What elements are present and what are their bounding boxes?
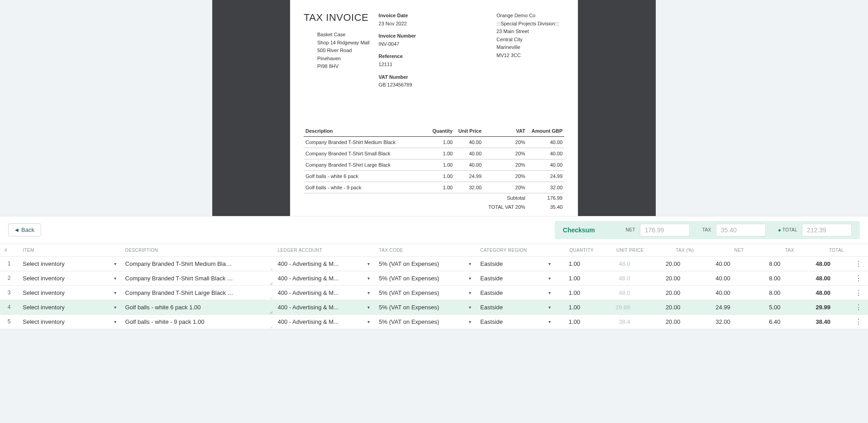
tax-value: 8.00: [749, 271, 790, 285]
tax-percent-field[interactable]: 20.00: [649, 315, 690, 329]
tax-percent-field[interactable]: 20.00: [649, 271, 690, 285]
invoice-page: TAX INVOICE Basket Case Shop 14 Ridgeway…: [290, 0, 578, 216]
tax-code-select[interactable]: 5% (VAT on Expenses)▾: [374, 286, 476, 300]
tax-code-select[interactable]: 5% (VAT on Expenses)▾: [374, 315, 476, 329]
chevron-down-icon: ▾: [469, 261, 471, 266]
description-field[interactable]: Golf balls - white 6 pack 1.00: [121, 300, 273, 314]
chevron-down-icon: ▾: [548, 276, 551, 281]
inventory-select[interactable]: Select inventory▾: [18, 286, 120, 300]
ledger-account-select[interactable]: 400 - Advertising & M...▾: [273, 286, 375, 300]
row-menu-button[interactable]: ⋮: [849, 256, 868, 271]
quantity-field[interactable]: 1.00: [555, 300, 589, 314]
tax-percent-field[interactable]: 20.00: [649, 257, 690, 271]
ledger-account-select[interactable]: 400 - Advertising & M...▾: [273, 257, 375, 271]
category-region-select[interactable]: Eastside▾: [476, 286, 555, 300]
invoice-line-table: Description Quantity Unit Price VAT Amou…: [304, 125, 564, 212]
table-row: 3 Select inventory▾ Company Branded T-Sh…: [0, 285, 868, 300]
description-field[interactable]: Company Branded T-Shirt Large Black 1.00: [121, 286, 273, 300]
ledger-account-select[interactable]: 400 - Advertising & M...▾: [273, 271, 375, 285]
tax-percent-field[interactable]: 20.00: [649, 300, 690, 314]
chevron-down-icon: ▾: [114, 305, 116, 310]
category-region-select[interactable]: Eastside▾: [476, 257, 555, 271]
chevron-down-icon: ▾: [367, 290, 370, 295]
checksum-total-label: TOTAL: [778, 227, 797, 232]
category-region-select[interactable]: Eastside▾: [476, 271, 555, 285]
tax-value: 8.00: [749, 286, 790, 300]
unit-price-field[interactable]: 48.0: [598, 271, 639, 285]
description-field[interactable]: Company Branded T-Shirt Medium Black 1.0…: [121, 257, 273, 271]
tax-value: 6.40: [749, 315, 790, 329]
ledger-account-select[interactable]: 400 - Advertising & M...▾: [273, 300, 375, 314]
row-menu-button[interactable]: ⋮: [849, 271, 868, 285]
unit-price-field[interactable]: 38.4: [598, 315, 639, 329]
resize-handle-icon[interactable]: [269, 281, 272, 285]
table-row: 1 Select inventory▾ Company Branded T-Sh…: [0, 256, 868, 271]
checksum-total-value[interactable]: 212.39: [802, 224, 852, 236]
inventory-select[interactable]: Select inventory▾: [18, 271, 120, 285]
quantity-field[interactable]: 1.00: [555, 257, 589, 271]
net-value: 40.00: [698, 257, 739, 271]
net-value: 32.00: [698, 315, 739, 329]
ledger-account-select[interactable]: 400 - Advertising & M...▾: [273, 315, 375, 329]
chevron-down-icon: ▾: [548, 305, 551, 310]
chevron-down-icon: ▾: [114, 276, 116, 281]
inventory-select[interactable]: Select inventory▾: [18, 315, 120, 329]
tax-value: 5.00: [749, 300, 790, 314]
chevron-down-icon: ▾: [367, 276, 370, 281]
description-field[interactable]: Golf balls - white - 9 pack 1.00: [121, 315, 273, 329]
chevron-down-icon: ▾: [548, 319, 551, 324]
document-frame: TAX INVOICE Basket Case Shop 14 Ridgeway…: [212, 0, 656, 216]
chevron-down-icon: ▾: [367, 319, 370, 324]
table-row: 2 Select inventory▾ Company Branded T-Sh…: [0, 271, 868, 285]
caret-left-icon: ◀: [15, 227, 19, 232]
checksum-tax-value[interactable]: 35.40: [716, 224, 766, 236]
chevron-down-icon: ▾: [469, 319, 471, 324]
checksum-net-label: NET: [626, 227, 635, 232]
quantity-field[interactable]: 1.00: [555, 315, 589, 329]
unit-price-field[interactable]: 48.0: [598, 257, 639, 271]
checksum-bar: Checksum NET 176.99 TAX 35.40 TOTAL 212.…: [555, 221, 860, 239]
chevron-down-icon: ▾: [548, 261, 551, 266]
chevron-down-icon: ▾: [469, 290, 471, 295]
chevron-down-icon: ▾: [367, 261, 370, 266]
row-menu-button[interactable]: ⋮: [849, 314, 868, 329]
checksum-tax-label: TAX: [702, 227, 711, 232]
document-preview-area: TAX INVOICE Basket Case Shop 14 Ridgeway…: [0, 0, 868, 216]
inventory-select[interactable]: Select inventory▾: [18, 257, 120, 271]
tax-code-select[interactable]: 5% (VAT on Expenses)▾: [374, 257, 476, 271]
total-value: 48.00: [798, 257, 839, 271]
row-index: 1: [0, 256, 18, 271]
tax-value: 8.00: [749, 257, 790, 271]
tax-code-select[interactable]: 5% (VAT on Expenses)▾: [374, 271, 476, 285]
category-region-select[interactable]: Eastside▾: [476, 315, 555, 329]
back-button[interactable]: ◀ Back: [8, 223, 41, 236]
row-menu-button[interactable]: ⋮: [849, 300, 868, 314]
company-address: Orange Demo Co :::Special Projects Divis…: [496, 12, 564, 94]
resize-handle-icon[interactable]: [269, 325, 272, 328]
bill-to-address: Basket Case Shop 14 Ridgeway Mall 500 Ri…: [317, 31, 370, 71]
checksum-title: Checksum: [563, 226, 595, 234]
checksum-net-value[interactable]: 176.99: [640, 224, 690, 236]
category-region-select[interactable]: Eastside▾: [476, 300, 555, 314]
chevron-down-icon: ▾: [114, 319, 116, 324]
chevron-down-icon: ▾: [469, 305, 471, 310]
inventory-select[interactable]: Select inventory▾: [18, 300, 120, 314]
total-value: 38.40: [798, 315, 839, 329]
resize-handle-icon[interactable]: [269, 267, 272, 270]
tax-code-select[interactable]: 5% (VAT on Expenses)▾: [374, 300, 476, 314]
resize-handle-icon[interactable]: [269, 296, 272, 299]
tax-percent-field[interactable]: 20.00: [649, 286, 690, 300]
description-field[interactable]: Company Branded T-Shirt Small Black 1.00: [121, 271, 273, 285]
chevron-down-icon: ▾: [114, 290, 116, 295]
row-menu-button[interactable]: ⋮: [849, 285, 868, 300]
row-index: 5: [0, 314, 18, 329]
row-index: 4: [0, 300, 18, 314]
unit-price-field[interactable]: 29.99: [598, 300, 639, 314]
total-value: 48.00: [798, 286, 839, 300]
table-row: 5 Select inventory▾ Golf balls - white -…: [0, 314, 868, 329]
net-value: 40.00: [698, 271, 739, 285]
unit-price-field[interactable]: 48.0: [598, 286, 639, 300]
resize-handle-icon[interactable]: [269, 310, 272, 314]
quantity-field[interactable]: 1.00: [555, 271, 589, 285]
quantity-field[interactable]: 1.00: [555, 286, 589, 300]
